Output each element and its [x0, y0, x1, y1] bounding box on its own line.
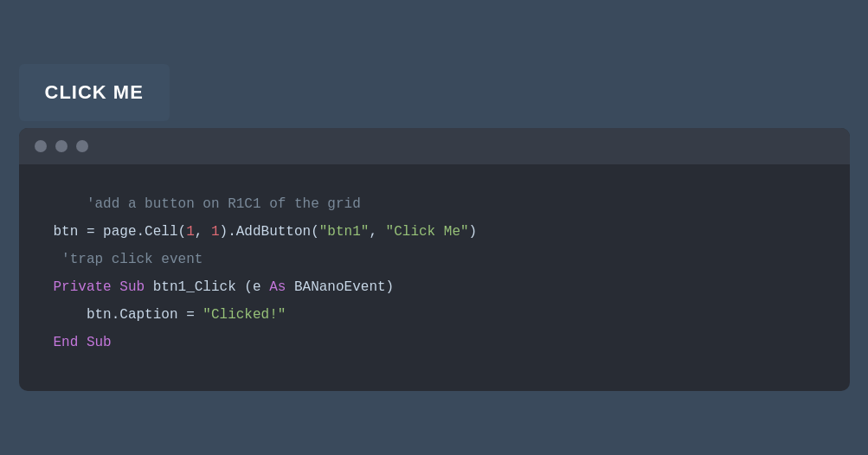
code-line-1: 'add a button on R1C1 of the grid	[54, 190, 815, 218]
code-line-6: End Sub	[54, 329, 815, 356]
code-panel: 'add a button on R1C1 of the grid btn = …	[19, 128, 850, 391]
code-line-2: btn = page.Cell(1, 1).AddButton("btn1", …	[54, 218, 815, 246]
dot-2	[55, 140, 68, 152]
code-line-4: Private Sub btn1_Click (e As BANanoEvent…	[54, 273, 815, 301]
code-panel-header	[19, 128, 850, 164]
code-line-5: btn.Caption = "Clicked!"	[54, 301, 815, 329]
dot-1	[35, 140, 47, 152]
code-body: 'add a button on R1C1 of the grid btn = …	[19, 164, 850, 391]
dot-3	[76, 140, 88, 152]
click-me-button[interactable]: CLICK ME	[19, 64, 170, 121]
main-container: CLICK ME 'add a button on R1C1 of the gr…	[19, 64, 850, 391]
code-line-3: 'trap click event	[54, 246, 815, 273]
